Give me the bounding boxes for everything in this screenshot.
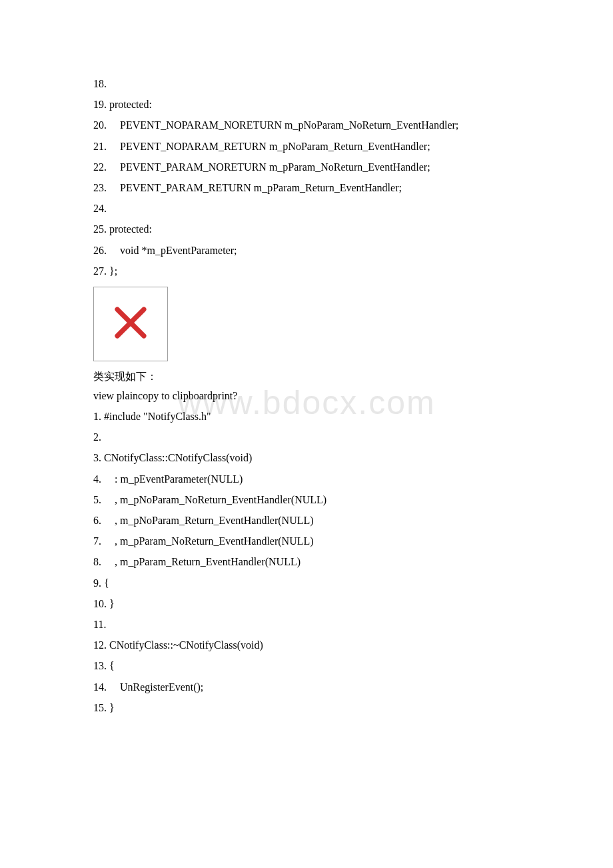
- code-line: 23. PEVENT_PARAM_RETURN m_pParam_Return_…: [93, 177, 520, 198]
- code-line: 1. #include "NotifyClass.h": [93, 406, 520, 427]
- code-line: 4. : m_pEventParameter(NULL): [93, 469, 520, 489]
- code-line: 10. }: [93, 593, 520, 614]
- close-icon: [111, 303, 150, 345]
- code-line: 13. {: [93, 655, 520, 676]
- code-line: 18.: [93, 73, 520, 94]
- missing-image-placeholder: [93, 287, 168, 361]
- code-line: 19. protected:: [93, 94, 520, 115]
- code-line: 9. {: [93, 573, 520, 593]
- code-line: 24.: [93, 198, 520, 219]
- code-line: 14. UnRegisterEvent();: [93, 677, 520, 697]
- code-block-1: 18.19. protected:20. PEVENT_NOPARAM_NORE…: [93, 73, 520, 281]
- code-line: 7. , m_pParam_NoReturn_EventHandler(NULL…: [93, 531, 520, 551]
- code-toolbar-text: view plaincopy to clipboardprint?: [93, 386, 520, 406]
- code-line: 5. , m_pNoParam_NoReturn_EventHandler(NU…: [93, 489, 520, 510]
- code-line: 12. CNotifyClass::~CNotifyClass(void): [93, 635, 520, 655]
- code-line: 22. PEVENT_PARAM_NORETURN m_pParam_NoRet…: [93, 157, 520, 177]
- code-line: 25. protected:: [93, 219, 520, 239]
- code-line: 6. , m_pNoParam_Return_EventHandler(NULL…: [93, 510, 520, 531]
- code-line: 15. }: [93, 697, 520, 718]
- document-page: www.bdocx.com 18.19. protected:20. PEVEN…: [0, 0, 613, 771]
- code-line: 11.: [93, 614, 520, 635]
- code-line: 8. , m_pParam_Return_EventHandler(NULL): [93, 551, 520, 572]
- code-block-2: 1. #include "NotifyClass.h"2.3. CNotifyC…: [93, 406, 520, 718]
- code-line: 2.: [93, 427, 520, 447]
- code-line: 27. };: [93, 261, 520, 281]
- code-line: 26. void *m_pEventParameter;: [93, 240, 520, 261]
- code-line: 21. PEVENT_NOPARAM_RETURN m_pNoParam_Ret…: [93, 136, 520, 157]
- code-line: 20. PEVENT_NOPARAM_NORETURN m_pNoParam_N…: [93, 115, 520, 135]
- section-caption: 类实现如下：: [93, 367, 520, 387]
- code-line: 3. CNotifyClass::CNotifyClass(void): [93, 447, 520, 468]
